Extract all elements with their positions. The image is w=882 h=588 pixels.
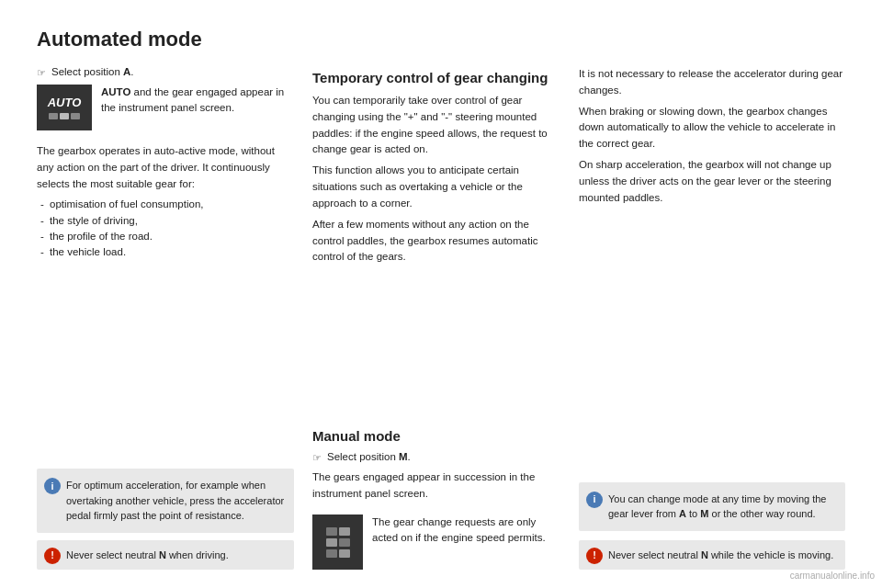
- left-warning-box: ! Never select neutral N when driving.: [37, 540, 294, 571]
- right-warn-icon: !: [586, 548, 603, 564]
- gear-btn-1: [326, 527, 337, 536]
- selector-btn-1: [49, 113, 58, 119]
- right-column: It is not necessary to release the accel…: [579, 66, 845, 570]
- left-info-box: i For optimum acceleration, for example …: [37, 469, 294, 533]
- select-position-line: Select position A.: [37, 66, 294, 79]
- spacer-left: [37, 260, 294, 461]
- left-column: Select position A. AUTO AUTO and t: [37, 66, 294, 570]
- right-para-3: On sharp acceleration, the gearbox will …: [579, 157, 845, 206]
- left-warn-text: Never select neutral N when driving.: [66, 549, 229, 560]
- spacer-mid: [312, 270, 560, 424]
- gear-btn-2: [339, 527, 350, 536]
- mid-para-2: This function allows you to anticipate c…: [312, 163, 560, 211]
- auto-image-block: AUTO AUTO and the gear engaged appear in…: [37, 85, 294, 134]
- right-info-icon: i: [586, 492, 603, 508]
- list-item-4: the vehicle load.: [37, 244, 294, 260]
- manual-mode-title: Manual mode: [312, 428, 560, 444]
- spacer-right: [579, 211, 845, 482]
- temp-control-title: Temporary control of gear changing: [312, 70, 560, 85]
- gear-btn-5: [326, 549, 337, 558]
- watermark: carmanualonline.info: [790, 571, 875, 581]
- list-item-1: optimisation of fuel consumption,: [37, 197, 294, 212]
- left-info-text: For optimum acceleration, for example wh…: [66, 480, 284, 521]
- right-warning-box: ! Never select neutral N while the vehic…: [579, 540, 845, 571]
- manual-body: The gears engaged appear in succession i…: [312, 469, 560, 503]
- selector-row: [49, 113, 80, 119]
- left-info-icon: i: [44, 478, 61, 494]
- right-info-box: i You can change mode at any time by mov…: [579, 482, 845, 531]
- gear-row-3: [326, 549, 350, 558]
- gear-btn-6: [339, 549, 350, 558]
- gear-image: [312, 514, 363, 570]
- gear-btn-4: [339, 538, 350, 547]
- left-warn-icon: !: [44, 548, 61, 564]
- page-title: Automated mode: [37, 28, 845, 51]
- list-item-3: the profile of the road.: [37, 229, 294, 244]
- right-para-2: When braking or slowing down, the gearbo…: [579, 104, 845, 153]
- auto-image: AUTO: [37, 85, 92, 130]
- gear-box-text: The gear change requests are only acted …: [372, 514, 560, 547]
- right-info-text: You can change mode at any time by movin…: [608, 493, 826, 520]
- right-para-1: It is not necessary to release the accel…: [579, 66, 845, 99]
- select-position-text: Select position A.: [51, 66, 134, 77]
- auto-selector-graphic: AUTO: [48, 96, 82, 119]
- page: Automated mode Select position A. AUTO: [0, 0, 882, 588]
- mid-para-3: After a few moments without any action o…: [312, 217, 560, 266]
- mid-para-1: You can temporarily take over control of…: [312, 93, 560, 158]
- manual-select-line: Select position M.: [312, 451, 560, 464]
- selector-btn-3: [71, 113, 80, 119]
- left-warn-circle: !: [44, 548, 61, 564]
- gear-row-2: [326, 538, 350, 547]
- gear-btn-3: [326, 538, 337, 547]
- mid-column: Temporary control of gear changing You c…: [312, 66, 560, 570]
- content-columns: Select position A. AUTO AUTO and t: [37, 66, 845, 570]
- body-text-intro: The gearbox operates in auto-active mode…: [37, 143, 294, 192]
- right-warn-text: Never select neutral N while the vehicle…: [608, 549, 833, 560]
- auto-label: AUTO: [48, 96, 82, 109]
- gear-graphic: [326, 527, 350, 558]
- gear-image-block: The gear change requests are only acted …: [312, 514, 560, 570]
- auto-text: AUTO and the gear engaged appear in the …: [101, 85, 294, 117]
- list-item-2: the style of driving,: [37, 213, 294, 229]
- gear-row-1: [326, 527, 350, 536]
- manual-select-text: Select position M.: [327, 451, 411, 462]
- selector-btn-2: [60, 113, 69, 119]
